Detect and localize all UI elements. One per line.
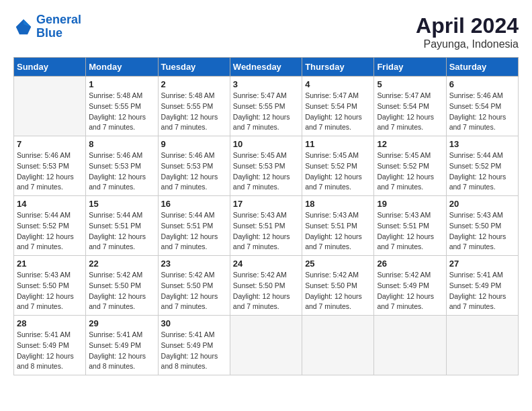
title-block: April 2024 Payunga, Indonesia — [416, 13, 519, 50]
header-row: SundayMondayTuesdayWednesdayThursdayFrid… — [14, 58, 519, 77]
date-number: 21 — [17, 259, 83, 269]
cell-info: Sunrise: 5:41 AMSunset: 5:49 PMDaylight:… — [161, 330, 227, 372]
calendar-cell: 28Sunrise: 5:41 AMSunset: 5:49 PMDayligh… — [14, 316, 86, 375]
calendar-title: April 2024 — [416, 13, 519, 38]
date-number: 19 — [377, 199, 443, 209]
calendar-cell: 17Sunrise: 5:43 AMSunset: 5:51 PMDayligh… — [230, 196, 302, 256]
calendar-cell: 24Sunrise: 5:42 AMSunset: 5:50 PMDayligh… — [230, 256, 302, 316]
cell-info: Sunrise: 5:43 AMSunset: 5:51 PMDaylight:… — [377, 210, 443, 253]
date-number: 20 — [449, 199, 515, 209]
date-number: 18 — [305, 199, 371, 209]
date-number: 1 — [89, 79, 154, 89]
cell-info: Sunrise: 5:48 AMSunset: 5:55 PMDaylight:… — [89, 91, 154, 133]
day-header-friday: Friday — [374, 58, 446, 77]
date-number: 2 — [161, 79, 227, 89]
cell-info: Sunrise: 5:45 AMSunset: 5:52 PMDaylight:… — [305, 150, 371, 193]
calendar-cell: 2Sunrise: 5:48 AMSunset: 5:55 PMDaylight… — [158, 77, 230, 136]
calendar-cell: 29Sunrise: 5:41 AMSunset: 5:49 PMDayligh… — [86, 316, 158, 375]
cell-info: Sunrise: 5:41 AMSunset: 5:49 PMDaylight:… — [449, 270, 515, 312]
cell-info: Sunrise: 5:42 AMSunset: 5:50 PMDaylight:… — [161, 270, 227, 312]
calendar-cell: 3Sunrise: 5:47 AMSunset: 5:55 PMDaylight… — [230, 77, 302, 136]
cell-info: Sunrise: 5:45 AMSunset: 5:53 PMDaylight:… — [233, 150, 299, 193]
date-number: 22 — [89, 259, 154, 269]
day-header-sunday: Sunday — [14, 58, 86, 77]
date-number: 24 — [233, 259, 299, 269]
day-header-thursday: Thursday — [302, 58, 374, 77]
date-number: 27 — [449, 259, 515, 269]
logo: General Blue — [13, 13, 81, 40]
cell-info: Sunrise: 5:48 AMSunset: 5:55 PMDaylight:… — [161, 91, 227, 133]
date-number: 16 — [161, 199, 227, 209]
cell-info: Sunrise: 5:42 AMSunset: 5:49 PMDaylight:… — [377, 270, 443, 312]
calendar-cell: 10Sunrise: 5:45 AMSunset: 5:53 PMDayligh… — [230, 136, 302, 196]
cell-info: Sunrise: 5:42 AMSunset: 5:50 PMDaylight:… — [305, 270, 371, 312]
week-row-0: 1Sunrise: 5:48 AMSunset: 5:55 PMDaylight… — [14, 77, 519, 136]
cell-info: Sunrise: 5:41 AMSunset: 5:49 PMDaylight:… — [89, 330, 154, 372]
date-number: 6 — [449, 79, 515, 89]
cell-info: Sunrise: 5:42 AMSunset: 5:50 PMDaylight:… — [89, 270, 154, 312]
calendar-cell — [374, 316, 446, 375]
date-number: 10 — [233, 139, 299, 149]
calendar-cell: 7Sunrise: 5:46 AMSunset: 5:53 PMDaylight… — [14, 136, 86, 196]
cell-info: Sunrise: 5:44 AMSunset: 5:51 PMDaylight:… — [89, 210, 154, 253]
calendar-cell: 18Sunrise: 5:43 AMSunset: 5:51 PMDayligh… — [302, 196, 374, 256]
cell-info: Sunrise: 5:44 AMSunset: 5:52 PMDaylight:… — [449, 150, 515, 193]
calendar-cell: 6Sunrise: 5:46 AMSunset: 5:54 PMDaylight… — [446, 77, 518, 136]
calendar-cell: 1Sunrise: 5:48 AMSunset: 5:55 PMDaylight… — [86, 77, 158, 136]
calendar-subtitle: Payunga, Indonesia — [416, 38, 519, 50]
logo-general: General — [36, 13, 81, 26]
date-number: 15 — [89, 199, 154, 209]
week-row-4: 28Sunrise: 5:41 AMSunset: 5:49 PMDayligh… — [14, 316, 519, 375]
calendar-cell — [446, 316, 518, 375]
cell-info: Sunrise: 5:43 AMSunset: 5:50 PMDaylight:… — [17, 270, 83, 312]
date-number: 11 — [305, 139, 371, 149]
calendar-cell: 30Sunrise: 5:41 AMSunset: 5:49 PMDayligh… — [158, 316, 230, 375]
cell-info: Sunrise: 5:46 AMSunset: 5:53 PMDaylight:… — [89, 150, 154, 193]
week-row-3: 21Sunrise: 5:43 AMSunset: 5:50 PMDayligh… — [14, 256, 519, 316]
calendar-table: SundayMondayTuesdayWednesdayThursdayFrid… — [13, 57, 519, 375]
week-row-2: 14Sunrise: 5:44 AMSunset: 5:52 PMDayligh… — [14, 196, 519, 256]
date-number: 25 — [305, 259, 371, 269]
calendar-cell: 5Sunrise: 5:47 AMSunset: 5:54 PMDaylight… — [374, 77, 446, 136]
calendar-cell — [14, 77, 86, 136]
date-number: 14 — [17, 199, 83, 209]
cell-info: Sunrise: 5:44 AMSunset: 5:51 PMDaylight:… — [161, 210, 227, 253]
cell-info: Sunrise: 5:46 AMSunset: 5:54 PMDaylight:… — [449, 91, 515, 133]
date-number: 17 — [233, 199, 299, 209]
cell-info: Sunrise: 5:43 AMSunset: 5:50 PMDaylight:… — [449, 210, 515, 253]
page-header: General Blue April 2024 Payunga, Indones… — [13, 13, 519, 50]
cell-info: Sunrise: 5:47 AMSunset: 5:55 PMDaylight:… — [233, 91, 299, 133]
day-header-saturday: Saturday — [446, 58, 518, 77]
calendar-cell: 13Sunrise: 5:44 AMSunset: 5:52 PMDayligh… — [446, 136, 518, 196]
week-row-1: 7Sunrise: 5:46 AMSunset: 5:53 PMDaylight… — [14, 136, 519, 196]
cell-info: Sunrise: 5:44 AMSunset: 5:52 PMDaylight:… — [17, 210, 83, 253]
cell-info: Sunrise: 5:46 AMSunset: 5:53 PMDaylight:… — [17, 150, 83, 193]
date-number: 12 — [377, 139, 443, 149]
cell-info: Sunrise: 5:43 AMSunset: 5:51 PMDaylight:… — [233, 210, 299, 253]
cell-info: Sunrise: 5:47 AMSunset: 5:54 PMDaylight:… — [377, 91, 443, 133]
logo-text: General Blue — [36, 13, 81, 40]
calendar-cell: 15Sunrise: 5:44 AMSunset: 5:51 PMDayligh… — [86, 196, 158, 256]
calendar-cell — [302, 316, 374, 375]
date-number: 4 — [305, 79, 371, 89]
calendar-cell: 8Sunrise: 5:46 AMSunset: 5:53 PMDaylight… — [86, 136, 158, 196]
calendar-cell: 26Sunrise: 5:42 AMSunset: 5:49 PMDayligh… — [374, 256, 446, 316]
calendar-cell: 9Sunrise: 5:46 AMSunset: 5:53 PMDaylight… — [158, 136, 230, 196]
calendar-cell: 21Sunrise: 5:43 AMSunset: 5:50 PMDayligh… — [14, 256, 86, 316]
date-number: 13 — [449, 139, 515, 149]
calendar-cell: 23Sunrise: 5:42 AMSunset: 5:50 PMDayligh… — [158, 256, 230, 316]
calendar-cell: 22Sunrise: 5:42 AMSunset: 5:50 PMDayligh… — [86, 256, 158, 316]
date-number: 30 — [161, 318, 227, 328]
cell-info: Sunrise: 5:41 AMSunset: 5:49 PMDaylight:… — [17, 330, 83, 372]
logo-icon — [13, 17, 34, 37]
calendar-cell: 4Sunrise: 5:47 AMSunset: 5:54 PMDaylight… — [302, 77, 374, 136]
calendar-cell: 14Sunrise: 5:44 AMSunset: 5:52 PMDayligh… — [14, 196, 86, 256]
date-number: 7 — [17, 139, 83, 149]
cell-info: Sunrise: 5:47 AMSunset: 5:54 PMDaylight:… — [305, 91, 371, 133]
cell-info: Sunrise: 5:45 AMSunset: 5:52 PMDaylight:… — [377, 150, 443, 193]
date-number: 23 — [161, 259, 227, 269]
cell-info: Sunrise: 5:42 AMSunset: 5:50 PMDaylight:… — [233, 270, 299, 312]
date-number: 9 — [161, 139, 227, 149]
logo-blue: Blue — [36, 27, 81, 40]
date-number: 26 — [377, 259, 443, 269]
